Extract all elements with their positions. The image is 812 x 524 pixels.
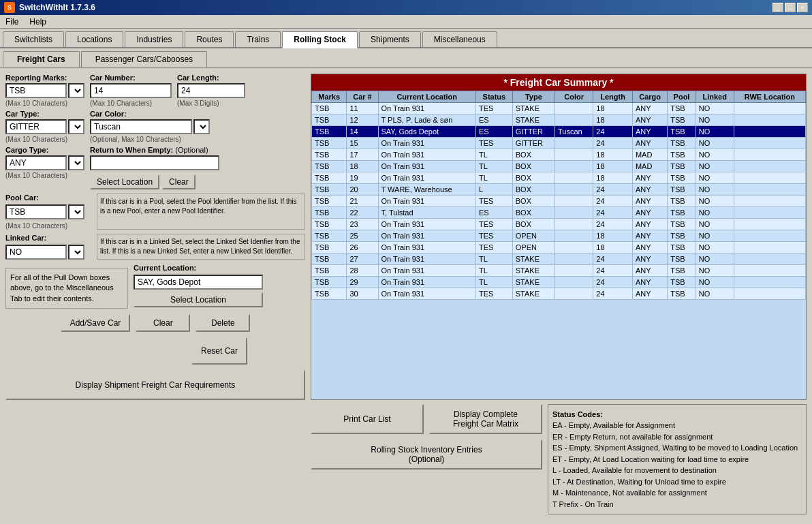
table-row[interactable]: TSB25On Train 931TESOPEN18ANYTSBNO	[312, 230, 806, 242]
table-row[interactable]: TSB14SAY, Gods DepotESGITTERTuscan24ANYT…	[312, 126, 806, 138]
table-cell: TES	[475, 288, 512, 300]
tab-industries[interactable]: Industries	[125, 31, 183, 47]
car-number-input[interactable]	[90, 83, 172, 98]
minimize-btn[interactable]: _	[772, 3, 783, 12]
reporting-marks-dropdown[interactable]: ▼	[68, 83, 84, 98]
table-row[interactable]: TSB26On Train 931TESOPEN18ANYTSBNO	[312, 242, 806, 253]
table-cell: TES	[475, 196, 512, 207]
table-cell	[734, 172, 805, 184]
pool-car-dropdown[interactable]: ▼	[68, 204, 84, 219]
table-row[interactable]: TSB15On Train 931TESGITTER24ANYTSBNO	[312, 138, 806, 149]
return-when-empty-input[interactable]	[90, 155, 219, 170]
status-codes-panel: Status Codes: EA - Empty, Available for …	[548, 404, 807, 515]
table-cell: TL	[475, 172, 512, 184]
table-row[interactable]: TSB12T PLS, P. Lade & sønESSTAKE18ANYTSB…	[312, 114, 806, 126]
col-location: Current Location	[378, 91, 475, 103]
table-cell: TSB	[668, 265, 696, 277]
table-cell: On Train 931	[378, 277, 475, 288]
tab-trains[interactable]: Trains	[235, 31, 281, 47]
table-row[interactable]: TSB17On Train 931TLBOX18MADTSBNO	[312, 149, 806, 161]
cargo-type-dropdown[interactable]: ▼	[68, 155, 84, 170]
menu-file[interactable]: File	[3, 17, 21, 27]
table-cell: 24	[593, 253, 633, 265]
table-cell: NO	[696, 196, 734, 207]
linked-car-input[interactable]	[5, 245, 67, 260]
table-row[interactable]: TSB11On Train 931TESSTAKE18ANYTSBNO	[312, 103, 806, 114]
table-cell	[555, 230, 593, 242]
add-save-btn[interactable]: Add/Save Car	[61, 314, 131, 332]
car-type-input[interactable]	[5, 119, 67, 134]
table-cell: TSB	[668, 277, 696, 288]
linked-car-dropdown[interactable]: ▼	[68, 245, 84, 260]
car-length-label: Car Length:	[177, 74, 245, 82]
table-cell	[734, 103, 805, 114]
reporting-marks-input[interactable]	[5, 83, 67, 98]
select-location-btn-top[interactable]: Select Location	[90, 174, 159, 189]
restore-btn[interactable]: □	[785, 3, 796, 12]
table-cell: 24	[593, 265, 633, 277]
print-matrix-row: Print Car List Display Complete Freight …	[311, 404, 542, 434]
table-cell: 21	[347, 196, 378, 207]
table-cell: On Train 931	[378, 253, 475, 265]
rolling-stock-btn[interactable]: Rolling Stock Inventory Entries (Optiona…	[311, 440, 542, 469]
clear-btn-top[interactable]: Clear	[162, 174, 196, 189]
tab-locations[interactable]: Locations	[65, 31, 123, 47]
subtab-passenger-cars[interactable]: Passenger Cars/Cabooses	[81, 51, 207, 67]
table-cell: On Train 931	[378, 242, 475, 253]
clear-btn-main[interactable]: Clear	[136, 314, 190, 332]
table-row[interactable]: TSB21On Train 931TESBOX24ANYTSBNO	[312, 196, 806, 207]
linked-info-text: If this car is in a Linked Set, select t…	[97, 234, 305, 260]
table-cell: ANY	[632, 265, 667, 277]
car-color-dropdown[interactable]: ▼	[193, 119, 210, 134]
car-color-input[interactable]	[90, 119, 192, 134]
col-status: Status	[475, 91, 512, 103]
status-code-item: T Prefix - On Train	[552, 499, 802, 510]
table-cell: TES	[475, 219, 512, 230]
sub-tab-bar: Freight Cars Passenger Cars/Cabooses	[0, 48, 812, 68]
table-row[interactable]: TSB30On Train 931TESSTAKE24ANYTSBNO	[312, 288, 806, 300]
pool-section: Pool Car: ▼ (Max 10 Characters) If this …	[5, 194, 305, 230]
close-btn[interactable]: ×	[797, 3, 808, 12]
table-row[interactable]: TSB29On Train 931TLSTAKE24ANYTSBNO	[312, 277, 806, 288]
table-row[interactable]: TSB20T WARE, WarehouseLBOX24ANYTSBNO	[312, 184, 806, 196]
display-complete-btn[interactable]: Display Complete Freight Car Matrix	[429, 404, 542, 434]
status-codes-title: Status Codes:	[552, 409, 802, 420]
current-location-label: Current Location:	[134, 264, 263, 272]
car-type-dropdown[interactable]: ▼	[68, 119, 84, 134]
table-cell: 24	[593, 277, 633, 288]
delete-btn[interactable]: Delete	[196, 314, 250, 332]
pool-car-input[interactable]	[5, 204, 67, 219]
tab-switchlists[interactable]: Switchlists	[3, 31, 64, 47]
tab-shipments[interactable]: Shipments	[359, 31, 421, 47]
table-row[interactable]: TSB18On Train 931TLBOX18MADTSBNO	[312, 161, 806, 172]
table-cell: 24	[593, 219, 633, 230]
tab-miscellaneous[interactable]: Miscellaneous	[422, 31, 497, 47]
table-row[interactable]: TSB23On Train 931TESBOX24ANYTSBNO	[312, 219, 806, 230]
car-color-group: Car Color: ▼ (Optional, Max 10 Character…	[90, 110, 210, 143]
select-location-btn-bottom[interactable]: Select Location	[134, 292, 263, 307]
reset-car-btn[interactable]: Reset Car	[191, 337, 247, 365]
table-cell: 18	[593, 114, 633, 126]
display-shipment-btn[interactable]: Display Shipment Freight Car Requirement…	[5, 370, 305, 400]
table-cell: 18	[593, 103, 633, 114]
summary-table-wrap[interactable]: Marks Car # Current Location Status Type…	[311, 91, 806, 300]
tab-routes[interactable]: Routes	[185, 31, 234, 47]
car-length-input[interactable]	[177, 83, 245, 98]
table-cell: 12	[347, 114, 378, 126]
table-cell: NO	[696, 126, 734, 138]
table-cell: STAKE	[512, 288, 555, 300]
table-cell: 30	[347, 288, 378, 300]
table-row[interactable]: TSB19On Train 931TLBOX18ANYTSBNO	[312, 172, 806, 184]
table-row[interactable]: TSB22T, TulstadESBOX24ANYTSBNO	[312, 207, 806, 219]
tab-rolling-stock[interactable]: Rolling Stock	[282, 31, 358, 48]
cargo-type-input[interactable]	[5, 155, 67, 170]
print-car-list-btn[interactable]: Print Car List	[311, 404, 424, 434]
current-location-input[interactable]	[134, 275, 263, 290]
pool-left: Pool Car: ▼ (Max 10 Characters)	[5, 194, 94, 230]
menu-help[interactable]: Help	[27, 17, 49, 27]
pool-car-label: Pool Car:	[5, 194, 94, 202]
subtab-freight-cars[interactable]: Freight Cars	[3, 51, 80, 67]
table-row[interactable]: TSB27On Train 931TLSTAKE24ANYTSBNO	[312, 253, 806, 265]
table-cell	[734, 161, 805, 172]
table-row[interactable]: TSB28On Train 931TLSTAKE24ANYTSBNO	[312, 265, 806, 277]
